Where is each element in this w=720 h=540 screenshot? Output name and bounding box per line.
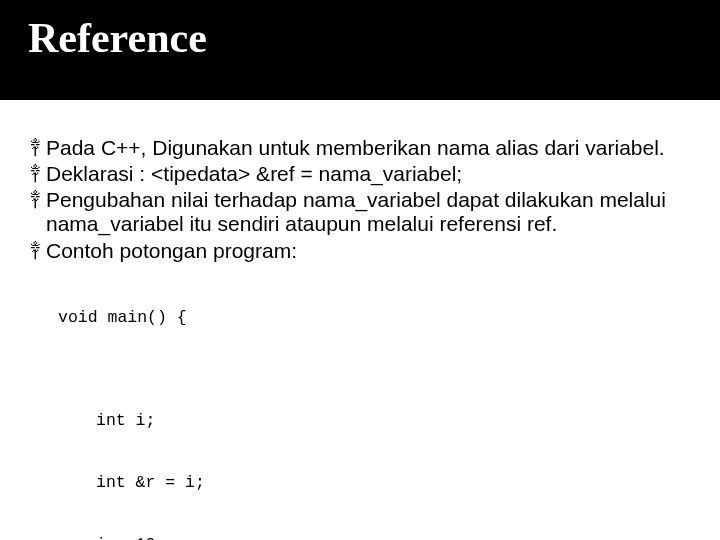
bullet-text: Pada C++, Digunakan untuk memberikan nam…	[46, 136, 690, 160]
bullet-icon: ༒	[30, 138, 40, 160]
bullet-icon: ༒	[30, 241, 40, 263]
code-line: i = 10;	[96, 535, 690, 540]
bullet-item: ༒ Pada C++, Digunakan untuk memberikan n…	[30, 136, 690, 160]
bullet-text: Pengubahan nilai terhadap nama_variabel …	[46, 188, 690, 236]
code-line: void main() {	[58, 308, 690, 329]
slide-header: Reference	[0, 0, 720, 100]
slide-content: ༒ Pada C++, Digunakan untuk memberikan n…	[0, 100, 720, 540]
bullet-icon: ༒	[30, 164, 40, 186]
bullet-item: ༒ Deklarasi : <tipedata> &ref = nama_var…	[30, 162, 690, 186]
code-block: void main() { int i; int &r = i; i = 10;…	[58, 267, 690, 540]
bullet-item: ༒ Pengubahan nilai terhadap nama_variabe…	[30, 188, 690, 236]
code-line: int &r = i;	[96, 473, 690, 494]
code-line: int i;	[96, 411, 690, 432]
slide-title: Reference	[28, 14, 692, 62]
bullet-item: ༒ Contoh potongan program:	[30, 239, 690, 263]
bullet-icon: ༒	[30, 190, 40, 212]
bullet-text: Contoh potongan program:	[46, 239, 690, 263]
bullet-text: Deklarasi : <tipedata> &ref = nama_varia…	[46, 162, 690, 186]
